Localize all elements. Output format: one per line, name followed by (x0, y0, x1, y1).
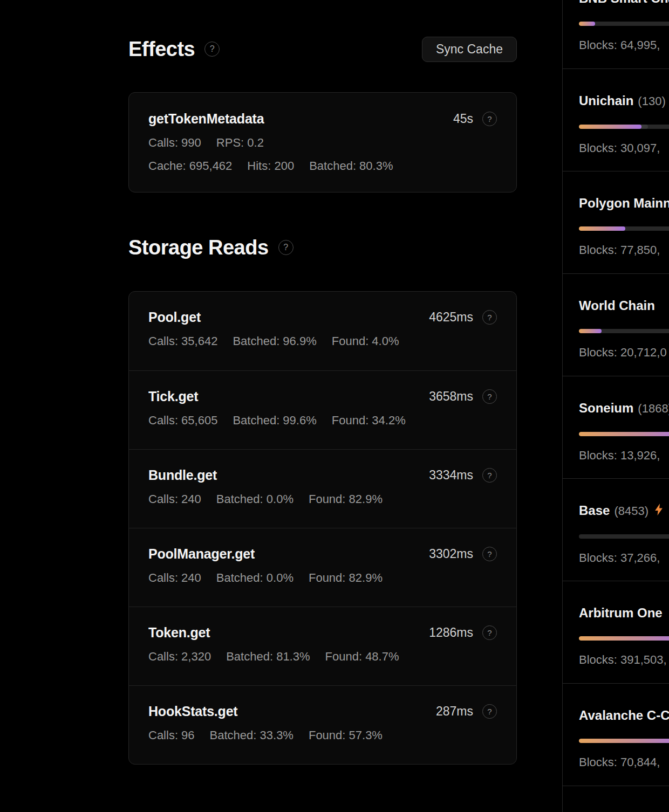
help-icon[interactable]: ? (482, 310, 497, 325)
read-duration: 3302ms (429, 547, 473, 561)
main-panel: Effects ? Sync Cache getTokenMetadata 45… (0, 0, 562, 812)
effect-name: getTokenMetadata (148, 111, 264, 127)
read-name: PoolManager.get (148, 546, 255, 562)
help-icon[interactable]: ? (482, 112, 497, 126)
stat: Hits: 200 (247, 159, 294, 173)
effects-header: Effects ? Sync Cache (128, 36, 517, 63)
network-blocks: Blocks: 20,712,0 (579, 345, 669, 360)
stat: Batched: 99.6% (233, 414, 316, 428)
networks-sidebar: BNB Smart Chain Blocks: 64,995, Unichain… (562, 0, 669, 812)
stat: Calls: 240 (148, 492, 201, 506)
network-name: Arbitrum One (579, 605, 663, 620)
sync-progress-bar (579, 636, 669, 641)
stat: Cache: 695,462 (148, 159, 232, 173)
network-blocks: Blocks: 77,850, (579, 243, 669, 258)
read-duration: 287ms (436, 704, 473, 719)
stat: Found: 57.3% (309, 728, 383, 742)
network-name: Soneium (579, 401, 633, 415)
network-item-soneium: Soneium(1868) Blocks: 13,926, (563, 376, 669, 479)
network-item-unichain: Unichain(130) Blocks: 30,097, (563, 69, 669, 171)
stat: Batched: 0.0% (216, 492, 293, 506)
network-item-bnb: BNB Smart Chain Blocks: 64,995, (563, 0, 669, 69)
network-chain-id: (8453) (614, 504, 648, 518)
read-name: Bundle.get (148, 467, 217, 483)
network-item-worldchain: World Chain Blocks: 20,712,0 (563, 274, 669, 376)
storage-reads-title: Storage Reads (128, 236, 269, 259)
stat: Batched: 33.3% (210, 728, 293, 742)
stat: Batched: 81.3% (226, 650, 310, 664)
table-row: Bundle.get 3334ms ? Calls: 240 Batched: … (129, 449, 516, 528)
sync-progress-bar (579, 329, 669, 333)
sync-progress-bar (579, 432, 669, 436)
network-item-base: Base(8453) Blocks: 37,266, (563, 479, 669, 581)
lightning-icon (654, 503, 664, 519)
table-row: Token.get 1286ms ? Calls: 2,320 Batched:… (129, 607, 516, 685)
network-chain-id: (130) (638, 94, 665, 108)
network-name: Unichain (579, 93, 633, 108)
help-icon[interactable]: ? (482, 704, 497, 719)
stat: Batched: 80.3% (309, 159, 393, 173)
network-name: Base (579, 503, 610, 518)
network-blocks: Blocks: 70,844, (579, 755, 669, 770)
help-icon[interactable]: ? (278, 240, 293, 255)
help-icon[interactable]: ? (204, 42, 220, 57)
read-duration: 1286ms (429, 625, 473, 640)
effects-title: Effects (128, 38, 195, 61)
storage-reads-header: Storage Reads ? (128, 234, 517, 261)
network-name: Polygon Mainnet (579, 196, 669, 210)
stat: Batched: 0.0% (216, 571, 293, 585)
network-name: BNB Smart Chain (579, 0, 669, 5)
network-item-polygon: Polygon Mainnet Blocks: 77,850, (563, 171, 669, 274)
sync-progress-bar (579, 226, 669, 231)
table-row: PoolManager.get 3302ms ? Calls: 240 Batc… (129, 528, 516, 607)
stat: Calls: 990 (148, 136, 201, 150)
network-blocks: Blocks: 64,995, (579, 38, 669, 53)
effect-stats-line1: Calls: 990 RPS: 0.2 (148, 136, 497, 150)
sync-progress-bar (579, 534, 669, 539)
stat: Found: 34.2% (332, 414, 406, 428)
network-name: Avalanche C-Chain (579, 708, 669, 722)
stat: Calls: 35,642 (148, 334, 217, 348)
network-blocks: Blocks: 37,266, (579, 550, 669, 566)
read-name: HookStats.get (148, 704, 237, 719)
sync-progress-bar (579, 739, 669, 743)
sync-progress-bar (579, 22, 669, 26)
stat: Found: 82.9% (309, 571, 383, 585)
sync-cache-button[interactable]: Sync Cache (422, 37, 517, 62)
stat: Calls: 2,320 (148, 650, 211, 664)
stat: Found: 82.9% (309, 492, 383, 506)
read-name: Pool.get (148, 309, 201, 325)
read-duration: 4625ms (429, 310, 473, 325)
read-name: Tick.get (148, 389, 198, 404)
sync-progress-bar (579, 125, 669, 129)
table-row: Tick.get 3658ms ? Calls: 65,605 Batched:… (129, 370, 516, 449)
help-icon[interactable]: ? (482, 389, 497, 404)
stat: Batched: 96.9% (233, 334, 316, 348)
effect-stats-line2: Cache: 695,462 Hits: 200 Batched: 80.3% (148, 159, 497, 173)
help-icon[interactable]: ? (482, 625, 497, 640)
network-item-next (563, 786, 669, 812)
network-blocks: Blocks: 30,097, (579, 141, 669, 156)
read-name: Token.get (148, 625, 210, 641)
stat: RPS: 0.2 (216, 136, 264, 150)
stat: Found: 4.0% (332, 334, 399, 348)
table-row: HookStats.get 287ms ? Calls: 96 Batched:… (129, 685, 516, 764)
network-item-avalanche: Avalanche C-Chain Blocks: 70,844, (563, 684, 669, 786)
read-duration: 3658ms (429, 389, 473, 404)
help-icon[interactable]: ? (482, 547, 497, 561)
network-chain-id: (1868) (638, 402, 669, 415)
effect-card: getTokenMetadata 45s ? Calls: 990 RPS: 0… (128, 92, 517, 192)
read-duration: 3334ms (429, 468, 473, 483)
stat: Calls: 96 (148, 728, 195, 742)
network-blocks: Blocks: 391,503, (579, 652, 669, 668)
page: Effects ? Sync Cache getTokenMetadata 45… (0, 0, 669, 812)
effect-duration: 45s (453, 112, 473, 126)
network-name: World Chain (579, 298, 655, 313)
stat: Found: 48.7% (325, 650, 399, 664)
stat: Calls: 65,605 (148, 414, 217, 428)
help-icon[interactable]: ? (482, 468, 497, 483)
storage-reads-table: Pool.get 4625ms ? Calls: 35,642 Batched:… (128, 291, 517, 765)
stat: Calls: 240 (148, 571, 201, 585)
network-item-arbitrum: Arbitrum One Blocks: 391,503, (563, 581, 669, 684)
table-row: Pool.get 4625ms ? Calls: 35,642 Batched:… (129, 292, 516, 370)
